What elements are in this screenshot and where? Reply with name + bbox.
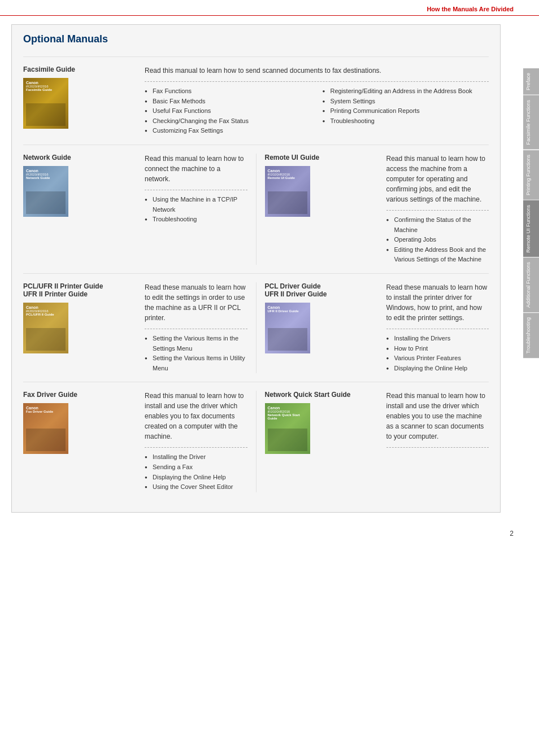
book-image [268, 191, 307, 214]
book-title: PCL/UFR II Guide [26, 313, 66, 316]
bullet-item: Displaying the Online Help [386, 364, 489, 374]
book-title: Facsimile Guide [26, 88, 66, 91]
book-title: Fax Driver Guide [26, 410, 66, 413]
facsimile-bullets-left: Fax Functions Basic Fax Methods Useful F… [145, 86, 311, 136]
book-title: Network Quick Start Guide [268, 413, 307, 420]
network-guide-desc: Read this manual to learn how to connect… [145, 154, 247, 265]
book-image [26, 191, 66, 214]
ufrdriver-book-cover: Canon UFR II Driver Guide [265, 303, 310, 353]
book-title: Network Guide [26, 176, 66, 180]
facsimile-book-cover: Canon iR2020/iR2016 Facsimile Guide [23, 78, 68, 129]
network-remote-row: Network Guide Canon iR2020/iR2016 Networ… [23, 145, 489, 273]
fax-driver-title: Fax Driver Guide [23, 391, 136, 399]
bullet-list-right: Registering/Editing an Address in the Ad… [323, 86, 489, 126]
pcl-desc-text: Read these manuals to learn how to edit … [145, 282, 247, 323]
side-tabs: Preface Facsimile Functions Printing Fun… [523, 68, 539, 358]
main-content: Optional Manuals Facsimile Guide Canon i… [0, 16, 523, 524]
bullet-item: Printing Communication Reports [323, 106, 489, 116]
tab-additional[interactable]: Additional Functions [523, 257, 539, 312]
book-title: UFR II Driver Guide [268, 309, 307, 313]
book-brand: Canon [26, 169, 66, 173]
facsimile-bullets: Fax Functions Basic Fax Methods Useful F… [145, 86, 489, 136]
book-image [26, 103, 66, 126]
network-quick-left: Network Quick Start Guide Canon iR2020/i… [265, 391, 378, 492]
remote-ui-guide-section: Remote UI Guide Canon iR2020/iR2016 Remo… [257, 154, 489, 265]
facsimile-guide-left: Facsimile Guide Canon iR2020/iR2016 Facs… [23, 65, 136, 136]
bullet-item: Checking/Changing the Fax Status [145, 116, 311, 126]
bullet-item: System Settings [323, 97, 489, 107]
pcl-driver-desc: Read these manuals to learn how to insta… [386, 282, 489, 373]
bullet-item: Using the Machine in a TCP/IP Network [145, 195, 247, 215]
book-brand: Canon [268, 406, 307, 410]
network-quick-desc: Read this manual to learn how to install… [386, 391, 489, 492]
page-number: 2 [510, 530, 514, 537]
bullet-item: Customizing Fax Settings [145, 126, 311, 136]
facsimile-guide-title: Facsimile Guide [23, 65, 136, 73]
network-quick-desc-text: Read this manual to learn how to install… [386, 391, 489, 442]
tab-printing[interactable]: Printing Functions [523, 150, 539, 200]
book-brand: Canon [26, 406, 66, 410]
network-book-cover: Canon iR2020/iR2016 Network Guide [23, 166, 68, 217]
facsimile-guide-desc: Read this manual to learn how to send sc… [145, 65, 489, 136]
bullet-item: Setting the Various Items in Utility Men… [145, 353, 247, 373]
book-brand: Canon [26, 305, 66, 309]
pcl-driver-left: PCL Driver GuideUFR II Driver Guide Cano… [265, 282, 378, 373]
book-image [26, 429, 66, 451]
fax-driver-book-cover: Canon Fax Driver Guide [23, 403, 68, 454]
bullet-item: Registering/Editing an Address in the Ad… [323, 86, 489, 97]
tab-preface[interactable]: Preface [523, 68, 539, 95]
pcl-guide-desc: Read these manuals to learn how to edit … [145, 282, 247, 373]
remote-ui-bullets: Confirming the Status of the Machine Ope… [386, 215, 489, 265]
bullet-item: Using the Cover Sheet Editor [145, 482, 247, 492]
fax-driver-bullets: Installing the Driver Sending a Fax Disp… [145, 452, 247, 492]
book-title: Remote UI Guide [268, 176, 307, 180]
tab-facsimile[interactable]: Facsimile Functions [523, 95, 539, 150]
page-number-container: 2 [0, 524, 539, 540]
header-title: How the Manuals Are Divided [427, 6, 514, 12]
facsimile-desc-text: Read this manual to learn how to send sc… [145, 65, 489, 76]
network-guide-left: Network Guide Canon iR2020/iR2016 Networ… [23, 154, 136, 265]
network-guide-title: Network Guide [23, 154, 136, 161]
fax-driver-left: Fax Driver Guide Canon Fax Driver Guide [23, 391, 136, 492]
book-image [268, 328, 307, 351]
network-desc-text: Read this manual to learn how to connect… [145, 154, 247, 184]
divider [145, 329, 247, 329]
divider [145, 447, 247, 448]
pcl-driver-section: PCL Driver GuideUFR II Driver Guide Cano… [257, 282, 489, 373]
book-brand: Canon [26, 81, 66, 85]
pcl-guide-title: PCL/UFR II Printer GuideUFR II Printer G… [23, 282, 136, 298]
tab-remote-ui[interactable]: Remote UI Functions [523, 200, 539, 257]
facsimile-guide-row: Facsimile Guide Canon iR2020/iR2016 Facs… [23, 56, 489, 145]
pcl-guide-section: PCL/UFR II Printer GuideUFR II Printer G… [23, 282, 257, 373]
bullet-item: Operating Jobs [386, 235, 489, 245]
divider [145, 81, 489, 82]
pcl-driver-bullets: Installing the Drivers How to Print Vari… [386, 334, 489, 373]
bullet-item: Installing the Drivers [386, 334, 489, 344]
fax-driver-section: Fax Driver Guide Canon Fax Driver Guide … [23, 391, 257, 492]
remote-ui-guide-title: Remote UI Guide [265, 154, 378, 161]
bullet-item: Confirming the Status of the Machine [386, 215, 489, 235]
network-bullets: Using the Machine in a TCP/IP Network Tr… [145, 195, 247, 225]
divider [386, 447, 489, 448]
divider [386, 210, 489, 211]
optional-manuals-box: Optional Manuals Facsimile Guide Canon i… [11, 24, 501, 513]
network-quick-section: Network Quick Start Guide Canon iR2020/i… [257, 391, 489, 492]
divider [386, 329, 489, 329]
book-brand: Canon [268, 169, 307, 173]
bullet-item: Troubleshooting [323, 116, 489, 126]
fax-driver-desc-text: Read this manual to learn how to install… [145, 391, 247, 442]
tab-troubleshooting[interactable]: Troubleshooting [523, 312, 539, 358]
bullet-item: How to Print [386, 344, 489, 354]
bullet-item: Editing the Address Book and the Various… [386, 245, 489, 265]
bullet-item: Various Printer Features [386, 353, 489, 364]
bullet-item: Installing the Driver [145, 452, 247, 462]
remote-ui-desc-text: Read this manual to learn how to access … [386, 154, 489, 204]
pcl-driver-row: PCL/UFR II Printer GuideUFR II Printer G… [23, 273, 489, 382]
pcl-driver-title: PCL Driver GuideUFR II Driver Guide [265, 282, 378, 298]
bullet-item: Fax Functions [145, 86, 311, 97]
network-guide-section: Network Guide Canon iR2020/iR2016 Networ… [23, 154, 257, 265]
bullet-item: Displaying the Online Help [145, 473, 247, 483]
bullet-item: Useful Fax Functions [145, 106, 311, 116]
pcl-bullets: Setting the Various Items in the Setting… [145, 334, 247, 373]
book-image [26, 328, 66, 351]
